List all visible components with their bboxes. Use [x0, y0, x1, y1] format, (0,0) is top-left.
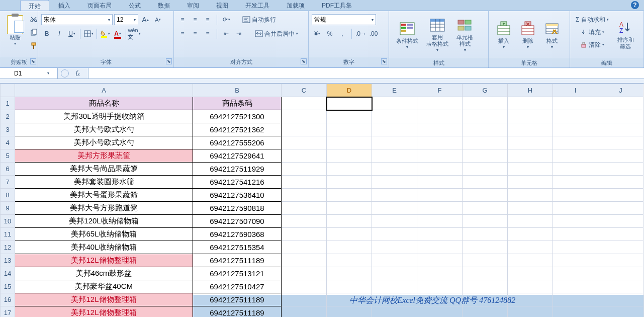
cell-H16[interactable] [508, 293, 553, 306]
cell-F17[interactable] [417, 306, 463, 318]
row-header-8[interactable]: 8 [1, 189, 15, 202]
font-name-combo[interactable]: 宋体▾ [41, 14, 113, 25]
col-header-F[interactable]: F [417, 84, 463, 97]
cell-H10[interactable] [508, 215, 553, 228]
cell-J17[interactable] [598, 306, 643, 318]
cell-J15[interactable] [598, 280, 643, 293]
fx-icon[interactable]: fx [71, 69, 85, 77]
dec-indent-button[interactable]: ⇤ [221, 28, 232, 39]
cell-J3[interactable] [598, 123, 643, 136]
copy-button[interactable] [28, 27, 39, 38]
cell-J4[interactable] [598, 136, 643, 149]
cell-G10[interactable] [463, 215, 508, 228]
comma-button[interactable]: , [337, 28, 348, 39]
cell-F6[interactable] [417, 163, 463, 176]
cell-G3[interactable] [463, 123, 508, 136]
fill-button[interactable]: 填充 ▾ [573, 27, 611, 38]
cell-C1[interactable] [282, 97, 327, 110]
cell-H3[interactable] [508, 123, 553, 136]
cell-styles-button[interactable]: 单元格 样式▾ [452, 13, 477, 56]
cell-C14[interactable] [282, 267, 327, 280]
row-header-4[interactable]: 4 [1, 136, 15, 149]
cell-I4[interactable] [553, 136, 598, 149]
clear-button[interactable]: 清除 ▾ [573, 39, 611, 50]
cell-B10[interactable]: 6942127507090 [193, 215, 282, 228]
cell-I14[interactable] [553, 267, 598, 280]
italic-button[interactable]: I [54, 28, 65, 39]
font-launcher[interactable]: ⬊ [166, 58, 172, 64]
cell-D3[interactable] [327, 123, 372, 136]
cell-E1[interactable] [372, 97, 417, 110]
delete-cells-button[interactable]: 删除▾ [516, 13, 540, 56]
format-cells-button[interactable]: 格式▾ [540, 13, 564, 56]
cell-I8[interactable] [553, 189, 598, 202]
cell-E10[interactable] [372, 215, 417, 228]
cell-B8[interactable]: 6942127536410 [193, 189, 282, 202]
cell-F8[interactable] [417, 189, 463, 202]
cell-E11[interactable] [372, 228, 417, 241]
cell-C5[interactable] [282, 149, 327, 163]
cell-D12[interactable] [327, 241, 372, 254]
shrink-font-button[interactable]: A▾ [152, 14, 163, 25]
tab-pdf[interactable]: PDF工具集 [314, 0, 360, 11]
cell-F14[interactable] [417, 267, 463, 280]
cell-B5[interactable]: 6942127529641 [193, 149, 282, 163]
cell-I10[interactable] [553, 215, 598, 228]
cell-D10[interactable] [327, 215, 372, 228]
cell-D8[interactable] [327, 189, 372, 202]
cell-D14[interactable] [327, 267, 372, 280]
align-launcher[interactable]: ⬊ [301, 58, 307, 64]
select-all-corner[interactable] [1, 84, 15, 97]
cell-B3[interactable]: 6942127521362 [193, 123, 282, 136]
table-format-button[interactable]: 套用 表格格式▾ [422, 13, 452, 56]
cell-G6[interactable] [463, 163, 508, 176]
cell-J1[interactable] [598, 97, 643, 110]
cell-G17[interactable] [463, 306, 508, 318]
cell-D9[interactable] [327, 202, 372, 215]
cell-J6[interactable] [598, 163, 643, 176]
font-color-button[interactable]: A▾ [112, 28, 123, 39]
cell-A10[interactable]: 美邦120L收纳储物箱 [15, 215, 193, 228]
percent-button[interactable]: % [324, 28, 335, 39]
cell-I16[interactable] [553, 293, 598, 306]
help-icon[interactable]: ? [631, 1, 639, 9]
col-header-I[interactable]: I [553, 84, 598, 97]
cell-E12[interactable] [372, 241, 417, 254]
sort-filter-button[interactable]: AZ排序和 筛选 [613, 13, 638, 56]
row-header-3[interactable]: 3 [1, 123, 15, 136]
clipboard-launcher[interactable]: ⬊ [30, 58, 36, 64]
cell-C4[interactable] [282, 136, 327, 149]
cell-G1[interactable] [463, 97, 508, 110]
cut-button[interactable] [28, 14, 39, 25]
cell-D11[interactable] [327, 228, 372, 241]
autosum-button[interactable]: Σ 自动求和 ▾ [573, 14, 611, 25]
tab-view[interactable]: 视图 [208, 0, 236, 11]
cell-A16[interactable]: 美邦12L储物整理箱 [15, 293, 193, 306]
cell-H13[interactable] [508, 254, 553, 267]
tab-review[interactable]: 审阅 [179, 0, 207, 11]
cancel-formula-icon[interactable] [61, 69, 69, 77]
align-center-button[interactable]: ≡ [190, 28, 201, 39]
cell-H1[interactable] [508, 97, 553, 110]
cell-A8[interactable]: 美邦大号蛋形果蔬筛 [15, 189, 193, 202]
paste-button[interactable]: 粘贴 ▾ [3, 14, 27, 47]
cell-A1[interactable]: 商品名称 [15, 97, 193, 110]
cell-A13[interactable]: 美邦12L储物整理箱 [15, 254, 193, 267]
cell-F10[interactable] [417, 215, 463, 228]
cell-C7[interactable] [282, 176, 327, 189]
cell-C10[interactable] [282, 215, 327, 228]
cell-J12[interactable] [598, 241, 643, 254]
cell-E5[interactable] [372, 149, 417, 163]
cell-D13[interactable] [327, 254, 372, 267]
cell-C17[interactable] [282, 306, 327, 318]
row-header-11[interactable]: 11 [1, 228, 15, 241]
cell-E4[interactable] [372, 136, 417, 149]
cell-C11[interactable] [282, 228, 327, 241]
cell-I15[interactable] [553, 280, 598, 293]
cell-D15[interactable] [327, 280, 372, 293]
cell-G7[interactable] [463, 176, 508, 189]
cell-E8[interactable] [372, 189, 417, 202]
cell-F5[interactable] [417, 149, 463, 163]
row-header-10[interactable]: 10 [1, 215, 15, 228]
row-header-1[interactable]: 1 [1, 97, 15, 110]
